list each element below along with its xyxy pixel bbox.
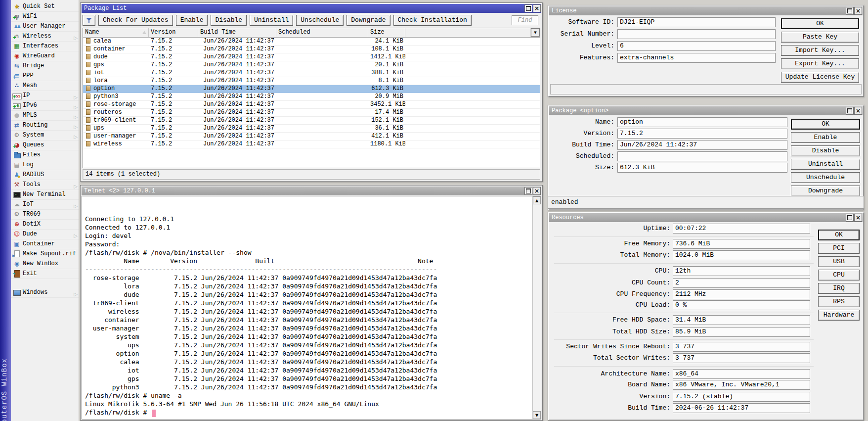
maximize-button[interactable]: [846, 214, 854, 222]
close-button[interactable]: ×: [854, 7, 862, 15]
package-detail-titlebar[interactable]: Package <option> ×: [549, 106, 863, 115]
build-time-field[interactable]: 2024-06-26 11:42:37: [673, 403, 810, 413]
cpu-field[interactable]: 12th: [673, 266, 810, 276]
dialog-button[interactable]: Disable: [791, 145, 860, 156]
scheduled-field[interactable]: [617, 151, 787, 161]
maximize-button[interactable]: [846, 107, 854, 115]
sector-writes-field[interactable]: 3 737: [673, 342, 810, 352]
dialog-button[interactable]: PCI: [818, 243, 860, 254]
sidebar-item[interactable]: PPP ▷: [11, 71, 79, 81]
sidebar-item[interactable]: System ▷: [11, 131, 79, 140]
terminal-scrollbar[interactable]: ▲ ▼: [532, 196, 541, 419]
maximize-button[interactable]: [846, 7, 854, 15]
sidebar-item[interactable]: MPLS ▷: [11, 111, 79, 121]
sidebar-item[interactable]: Bridge ▷: [11, 61, 79, 71]
features-field[interactable]: extra-channels: [617, 53, 776, 63]
total-sector-writes-field[interactable]: 3 737: [673, 353, 810, 363]
cpu-count-field[interactable]: 2: [673, 278, 810, 288]
dialog-button[interactable]: RPS: [818, 296, 860, 307]
sidebar-item[interactable]: Exit ▷: [11, 269, 79, 279]
sidebar-item-windows[interactable]: Windows ▷: [11, 288, 79, 298]
telnet-titlebar[interactable]: Telnet <2> 127.0.0.1 ×: [82, 187, 541, 195]
sidebar-item[interactable]: Quick Set ▷: [11, 2, 79, 12]
table-row[interactable]: calea 7.15.2 Jun/26/2024 11:42:37 24.1 K…: [83, 38, 540, 46]
sidebar-item[interactable]: WiFi ▷: [11, 12, 79, 22]
sidebar-item[interactable]: Make Supout.rif ▷: [11, 249, 79, 259]
sidebar-item[interactable]: TR069 ▷: [11, 210, 79, 220]
level-field[interactable]: 6: [617, 41, 776, 51]
total-hdd-size-field[interactable]: 85.9 MiB: [673, 327, 810, 337]
version-field[interactable]: 7.15.2 (stable): [673, 392, 810, 402]
dialog-button[interactable]: Update License Key: [781, 72, 859, 83]
scroll-up-icon[interactable]: ▲: [533, 196, 541, 204]
sidebar-item[interactable]: RADIUS ▷: [11, 170, 79, 180]
sidebar-item[interactable]: Queues ▷: [11, 140, 79, 150]
dialog-button[interactable]: Hardware: [818, 310, 860, 321]
close-button[interactable]: ×: [533, 4, 541, 12]
version-field[interactable]: 7.15.2: [617, 129, 787, 139]
close-button[interactable]: ×: [854, 214, 862, 222]
column-chooser-button[interactable]: ▼: [531, 28, 540, 37]
column-header-size[interactable]: Size: [368, 28, 405, 37]
table-row[interactable]: wireless 7.15.2 Jun/26/2024 11:42:37 118…: [83, 140, 540, 148]
table-row[interactable]: lora 7.15.2 Jun/26/2024 11:42:37 8.1 KiB: [83, 77, 540, 85]
scroll-down-icon[interactable]: ▼: [533, 411, 541, 419]
dialog-button[interactable]: Enable: [791, 132, 860, 143]
sidebar-item[interactable]: IP ▷: [11, 91, 79, 101]
free-hdd-space-field[interactable]: 31.4 MiB: [673, 315, 810, 325]
toolbar-button[interactable]: Downgrade: [347, 15, 390, 26]
table-row[interactable]: python3 7.15.2 Jun/26/2024 11:42:37 20.9…: [83, 93, 540, 101]
uptime-field[interactable]: 00:07:22: [673, 224, 810, 234]
license-titlebar[interactable]: License ×: [549, 6, 863, 15]
column-header-name[interactable]: Name: [83, 28, 149, 37]
sidebar-item[interactable]: Routing ▷: [11, 121, 79, 131]
column-header-build-time[interactable]: Build Time: [198, 28, 276, 37]
toolbar-button[interactable]: Uninstall: [250, 15, 293, 26]
column-header-version[interactable]: Version: [149, 28, 198, 37]
maximize-button[interactable]: [524, 187, 532, 195]
close-button[interactable]: ×: [854, 107, 862, 115]
sidebar-item[interactable]: Container ▷: [11, 239, 79, 249]
sidebar-item[interactable]: Mesh ▷: [11, 81, 79, 91]
sidebar-item[interactable]: Wireless ▷: [11, 32, 79, 42]
cpu-frequency-field[interactable]: 2112 MHz: [673, 289, 810, 299]
table-row[interactable]: rose-storage 7.15.2 Jun/26/2024 11:42:37…: [83, 101, 540, 109]
size-field[interactable]: 612.3 KiB: [617, 163, 787, 173]
sidebar-item[interactable]: IPv6 ▷: [11, 101, 79, 111]
board-name-field[interactable]: x86 VMware, Inc. VMware20,1: [673, 380, 810, 390]
cpu-load-field[interactable]: 0 %: [673, 300, 810, 310]
dialog-button[interactable]: Import Key...: [781, 45, 859, 56]
sidebar-item[interactable]: New Terminal ▷: [11, 190, 79, 200]
table-row[interactable]: ups 7.15.2 Jun/26/2024 11:42:37 36.1 KiB: [83, 125, 540, 133]
sidebar-item[interactable]: WireGuard ▷: [11, 51, 79, 61]
sidebar-item[interactable]: Dude ▷: [11, 230, 79, 239]
close-button[interactable]: ×: [533, 187, 541, 195]
table-row[interactable]: container 7.15.2 Jun/26/2024 11:42:37 10…: [83, 46, 540, 53]
toolbar-button[interactable]: Unschedule: [296, 15, 344, 26]
maximize-button[interactable]: [524, 4, 532, 12]
name-field[interactable]: option: [617, 117, 787, 127]
architecture-name-field[interactable]: x86_64: [673, 369, 810, 379]
dialog-button[interactable]: OK: [781, 18, 859, 29]
sidebar-item[interactable]: Files ▷: [11, 150, 79, 160]
filter-button[interactable]: [83, 15, 95, 26]
dialog-button[interactable]: IRQ: [818, 283, 860, 294]
sidebar-item[interactable]: Tools ▷: [11, 180, 79, 190]
table-row[interactable]: routeros 7.15.2 Jun/26/2024 11:42:37 17.…: [83, 109, 540, 117]
software-id-field[interactable]: DJ21-EIQP: [617, 17, 776, 27]
build-time-field[interactable]: Jun/26/2024 11:42:37: [617, 140, 787, 150]
sidebar-item[interactable]: User Manager ▷: [11, 22, 79, 32]
sidebar-item[interactable]: New WinBox ▷: [11, 259, 79, 269]
toolbar-button[interactable]: Disable: [211, 15, 247, 26]
table-row[interactable]: option 7.15.2 Jun/26/2024 11:42:37 612.3…: [83, 85, 540, 93]
sidebar-item[interactable]: Log ▷: [11, 160, 79, 170]
dialog-button[interactable]: Unschedule: [791, 172, 860, 183]
free-memory-field[interactable]: 736.6 MiB: [673, 239, 810, 249]
sidebar-item[interactable]: Dot1X ▷: [11, 220, 79, 230]
dialog-button[interactable]: USB: [818, 256, 860, 267]
dialog-button[interactable]: CPU: [818, 270, 860, 281]
column-header-scheduled[interactable]: Scheduled: [276, 28, 368, 37]
sidebar-item[interactable]: IoT ▷: [11, 200, 79, 210]
toolbar-button[interactable]: Check For Updates: [98, 15, 173, 26]
dialog-button[interactable]: OK: [791, 119, 860, 130]
